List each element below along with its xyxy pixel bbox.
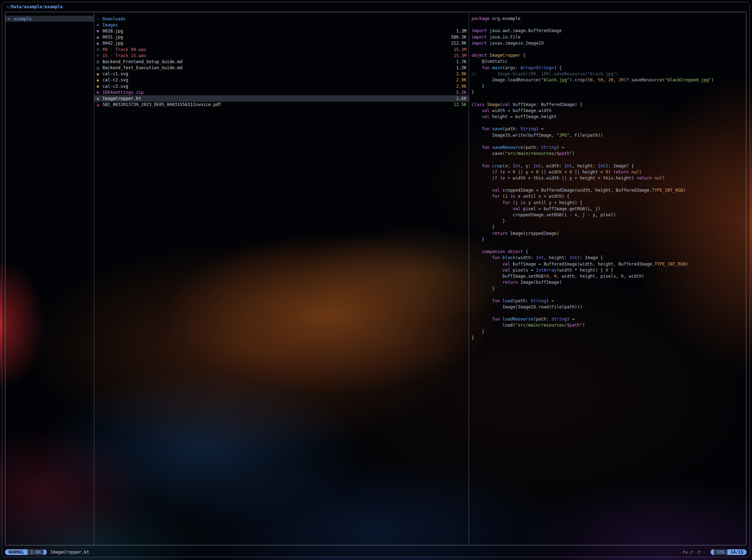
code-line: [471, 157, 745, 163]
code-line: val croppedImage = BufferedImage(width, …: [471, 187, 745, 193]
file-size: 15.3M: [450, 53, 466, 58]
status-filename: ImageCropper.kt: [50, 550, 89, 555]
code-line: import java.awt.image.BufferedImage: [471, 28, 745, 34]
code-line: [471, 310, 745, 316]
code-line: for (j in y until y + height) {: [471, 200, 745, 206]
file-size: 2.9K: [453, 71, 466, 76]
code-line: [471, 292, 745, 298]
file-name: 15 - Track 15.wav: [102, 53, 146, 58]
file-row[interactable]: ∩15 - Track 15.wav15.3M: [94, 52, 469, 59]
code-line: fun save(path: String) =: [471, 126, 745, 132]
code-line: }: [471, 237, 745, 243]
file-name: 0031.jpg: [102, 35, 123, 40]
file-permissions: -rw-r--r--: [680, 550, 706, 555]
file-size: 1.7K: [453, 59, 466, 64]
code-preview: package org.example import java.awt.imag…: [469, 12, 746, 341]
file-row[interactable]: ▰Images: [94, 22, 469, 28]
audio-icon: ∩: [97, 47, 102, 51]
markdown-icon: ◫: [97, 60, 102, 64]
code-line: fun main(args: Array<String>) {: [471, 65, 745, 71]
file-row[interactable]: ◫Backend_Frontend_Setup_Guide.md1.7K: [94, 59, 469, 65]
file-size: 1.3M: [453, 29, 466, 34]
file-row[interactable]: ▣cal-c3.svg2.9K: [94, 83, 469, 89]
status-bar: NORMAL 1.6K ImageCropper.kt -rw-r--r-- 9…: [5, 549, 747, 555]
file-row[interactable]: ⇩Downloads: [94, 16, 469, 22]
code-line: // Image.black(100, 100).saveResource("b…: [471, 71, 745, 77]
code-line: [471, 181, 745, 187]
code-line: object ImageCropper {: [471, 52, 745, 59]
file-size: 12.5K: [450, 102, 466, 107]
file-size: 1.6K: [453, 96, 466, 101]
code-line: class Image(val buffImage: BufferedImage…: [471, 102, 745, 108]
code-line: croppedImage.setRGB(i - x, j - y, pixel): [471, 212, 745, 218]
status-bar-left: NORMAL 1.6K ImageCropper.kt: [5, 549, 89, 555]
list-position: 14/15: [727, 549, 747, 555]
mode-indicator: NORMAL: [5, 549, 27, 555]
image-icon: ▣: [97, 35, 102, 39]
file-size: 2.9K: [453, 77, 466, 82]
code-line: load("src/main/resources/$path"): [471, 322, 745, 328]
file-row[interactable]: ◪SBI_0032013739_2023_DE05_0003155631Invo…: [94, 102, 469, 108]
file-row[interactable]: ▮ImageCropper.kt1.6K: [94, 95, 469, 101]
code-line: val buffImage = BufferedImage(width, hei…: [471, 261, 745, 267]
code-line: fun black(width: Int, height: Int): Imag…: [471, 255, 745, 261]
code-line: return Image(buffImage): [471, 279, 745, 286]
file-size: 586.3K: [448, 35, 466, 40]
file-name: Downloads: [102, 16, 126, 21]
file-row[interactable]: ▣cal-c2.svg2.9K: [94, 77, 469, 83]
file-size: 5.2K: [453, 90, 466, 95]
image-icon: ▣: [97, 78, 102, 82]
archive-icon: ▤: [97, 90, 102, 94]
code-line: for (i in x until x + width) {: [471, 193, 745, 200]
file-row[interactable]: ▤IDEAsettings.zip5.2K: [94, 89, 469, 95]
file-size: 15.3M: [450, 47, 466, 52]
file-row[interactable]: ◫Backend_Test_Execution_Guide.md1.3K: [94, 65, 469, 71]
code-line: val pixel = buffImage.getRGB(i, j): [471, 206, 745, 212]
code-line: import java.io.File: [471, 34, 745, 40]
code-line: val pixels = IntArray(width * height) { …: [471, 267, 745, 273]
file-name: cal-c2.svg: [102, 77, 128, 82]
code-line: }: [471, 89, 745, 95]
code-line: [471, 120, 745, 126]
file-name: Images: [102, 22, 118, 27]
markdown-icon: ◫: [97, 66, 102, 70]
code-line: @JvmStatic: [471, 59, 745, 65]
code-file-icon: ▮: [97, 97, 102, 101]
file-size: 1.3K: [453, 65, 466, 70]
path-breadcrumb: ~/Data/example/example: [6, 3, 63, 10]
parent-dir-row[interactable]: ▰example: [5, 16, 94, 22]
current-pane: ⇩Downloads▰Images▣0028.jpg1.3M▣0031.jpg5…: [94, 12, 469, 545]
file-row[interactable]: ▣0042.jpg212.9K: [94, 40, 469, 46]
image-icon: ▣: [97, 84, 102, 88]
audio-icon: ∩: [97, 54, 102, 57]
code-line: Image.loadResource("black.jpg").crop(50,…: [471, 77, 745, 83]
current-file-list: ⇩Downloads▰Images▣0028.jpg1.3M▣0031.jpg5…: [94, 12, 469, 108]
terminal-window: ~/Data/example/example ▰example ⇩Downloa…: [2, 2, 750, 557]
file-row[interactable]: ∩09 - Track 09.wav15.3M: [94, 46, 469, 52]
file-size-indicator: 1.6K: [27, 549, 44, 555]
file-row[interactable]: ▣0028.jpg1.3M: [94, 28, 469, 34]
file-row[interactable]: ▣0031.jpg586.3K: [94, 34, 469, 40]
code-line: fun loadResource(path: String) =: [471, 316, 745, 322]
code-line: }: [471, 224, 745, 230]
code-line: save("src/main/resources/$path"): [471, 151, 745, 157]
file-name: ImageCropper.kt: [102, 96, 141, 101]
code-line: if (x + width > this.width || y + height…: [471, 175, 745, 181]
folder-icon: ▰: [8, 17, 14, 21]
code-line: Image(ImageIO.read(File(path))): [471, 304, 745, 310]
powerline-left-cap-icon: [711, 549, 714, 555]
folder-icon: ▰: [97, 23, 102, 27]
code-line: return Image(croppedImage): [471, 231, 745, 237]
status-bar-right: -rw-r--r-- 93% 14/15: [680, 549, 747, 555]
code-line: fun saveResource(path: String) =: [471, 145, 745, 151]
code-line: }: [471, 329, 745, 335]
file-name: Backend_Test_Execution_Guide.md: [102, 65, 182, 70]
file-name: example: [14, 16, 32, 21]
code-line: [471, 22, 745, 28]
file-size: 212.9K: [448, 41, 466, 46]
code-line: }: [471, 335, 745, 341]
code-line: val width = buffImage.width: [471, 108, 745, 114]
parent-file-list: ▰example: [5, 12, 94, 22]
code-line: companion object {: [471, 249, 745, 255]
file-row[interactable]: ▣cal-c1.svg2.9K: [94, 71, 469, 77]
